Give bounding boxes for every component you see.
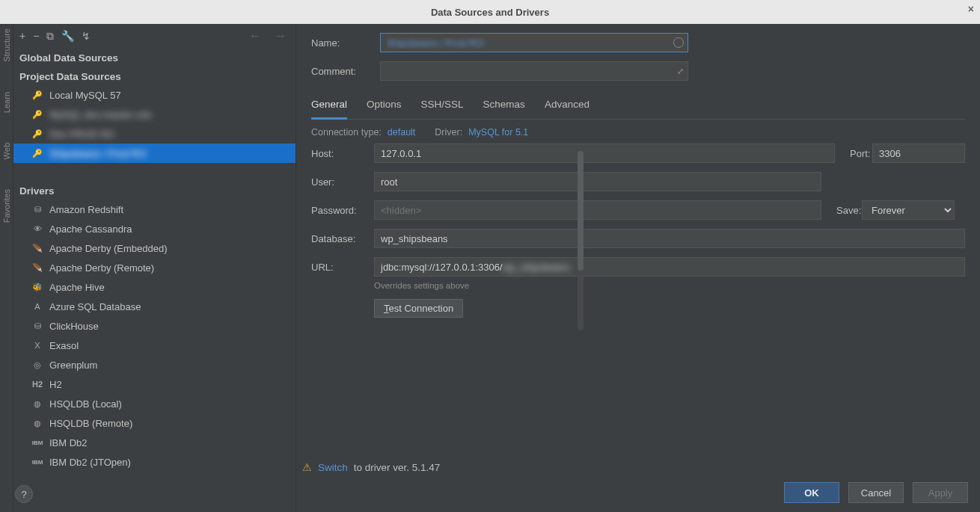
driver-label: IBM Db2 (JTOpen) — [49, 457, 131, 468]
datasource-label: Shipsbeans / Prod RO — [49, 148, 146, 159]
driver-label: ClickHouse — [49, 321, 99, 332]
password-label: Password: — [311, 205, 374, 216]
url-value-prefix: jdbc:mysql://127.0.0.1:3306/ — [381, 262, 503, 273]
datasource-item-selected[interactable]: 🔑 Shipsbeans / Prod RO — [13, 144, 295, 163]
switch-link[interactable]: Switch — [318, 462, 348, 473]
driver-label: Amazon Redshift — [49, 204, 123, 215]
section-global: Global Data Sources — [13, 48, 295, 67]
datasource-item[interactable]: 🔑 Local MySQL 57 — [13, 85, 295, 105]
driver-item[interactable]: 🪶Apache Derby (Remote) — [13, 258, 295, 277]
driver-label: Apache Hive — [49, 282, 105, 293]
gutter-web[interactable]: Web — [2, 143, 11, 159]
driver-item[interactable]: ◎Greenplum — [13, 355, 295, 374]
driver-item[interactable]: AAzure SQL Database — [13, 297, 295, 316]
close-icon[interactable]: × — [968, 3, 974, 15]
conn-type-value[interactable]: default — [388, 127, 416, 138]
driver-item[interactable]: IBMIBM Db2 — [13, 433, 295, 452]
driver-label: H2 — [49, 379, 62, 390]
conn-type-label: Connection type: — [311, 127, 382, 138]
sidebar-toolbar: + − ⧉ 🔧 ↯ ← → — [13, 24, 295, 48]
dialog-buttons: OK Cancel Apply — [784, 482, 968, 503]
scrollbar[interactable] — [578, 151, 584, 330]
driver-icon: X — [31, 339, 43, 351]
port-input[interactable] — [872, 144, 965, 163]
driver-label: Greenplum — [49, 360, 97, 371]
cancel-button[interactable]: Cancel — [848, 482, 904, 503]
driver-item[interactable]: IBMIBM Db2 (JTOpen) — [13, 452, 295, 472]
driver-icon: H2 — [31, 378, 43, 390]
remove-icon[interactable]: − — [33, 30, 39, 42]
gutter-structure[interactable]: Structure — [2, 28, 11, 62]
help-button[interactable]: ? — [15, 485, 33, 503]
datasource-item[interactable]: 🔑 Dev PROD RO — [13, 124, 295, 144]
driver-label: HSQLDB (Remote) — [49, 418, 132, 429]
driver-icon: ◍ — [31, 417, 43, 429]
back-icon[interactable]: ← — [246, 29, 264, 43]
driver-value[interactable]: MySQL for 5.1 — [468, 127, 528, 138]
user-label: User: — [311, 176, 374, 188]
database-label: Database: — [311, 233, 374, 244]
driver-icon: ⛁ — [31, 320, 43, 332]
name-input[interactable] — [380, 33, 688, 52]
db-icon: 🔑 — [31, 89, 43, 101]
wrench-icon[interactable]: 🔧 — [61, 30, 74, 42]
user-input[interactable] — [374, 172, 821, 191]
copy-icon[interactable]: ⧉ — [46, 30, 54, 43]
warning-icon: ⚠ — [302, 461, 312, 473]
driver-item[interactable]: ◍HSQLDB (Local) — [13, 394, 295, 413]
content-pane: Name: Comment: ⤢ General Options SSH/SSL… — [296, 24, 980, 512]
apply-button[interactable]: Apply — [913, 482, 968, 503]
tab-advanced[interactable]: Advanced — [545, 94, 589, 119]
tab-options[interactable]: Options — [367, 94, 402, 119]
driver-item[interactable]: ◍HSQLDB (Remote) — [13, 413, 295, 433]
color-circle-icon[interactable] — [673, 37, 684, 48]
ok-button[interactable]: OK — [784, 482, 839, 503]
driver-icon: A — [31, 300, 43, 312]
comment-label: Comment: — [311, 66, 371, 77]
ide-tool-gutter: Structure Learn Web Favorites — [0, 24, 13, 512]
db-icon: 🔑 — [31, 147, 43, 159]
host-label: Host: — [311, 148, 374, 159]
reset-icon[interactable]: ↯ — [82, 30, 91, 42]
save-select[interactable]: Forever — [862, 200, 955, 220]
driver-item[interactable]: ⛁ClickHouse — [13, 316, 295, 336]
add-icon[interactable]: + — [19, 30, 25, 42]
port-label: Port: — [835, 148, 872, 159]
tab-schemas[interactable]: Schemas — [483, 94, 525, 119]
driver-icon: 👁 — [31, 223, 43, 235]
help-icon: ? — [21, 489, 26, 500]
driver-icon: IBM — [31, 437, 43, 448]
driver-item[interactable]: H2H2 — [13, 374, 295, 394]
url-hint: Overrides settings above — [374, 281, 965, 290]
datasource-label: MySQL dev-master-cdn — [49, 109, 152, 120]
scrollbar-thumb[interactable] — [578, 151, 584, 271]
forward-icon[interactable]: → — [272, 29, 290, 43]
url-input[interactable]: jdbc:mysql://127.0.0.1:3306/wp_shipsbean… — [374, 257, 965, 277]
driver-label: HSQLDB (Local) — [49, 398, 122, 410]
switch-text: to driver ver. 5.1.47 — [354, 462, 441, 473]
database-input[interactable] — [374, 229, 965, 248]
footer-warning: ⚠ Switch to driver ver. 5.1.47 — [302, 461, 440, 473]
datasource-tree: 🔑 Local MySQL 57 🔑 MySQL dev-master-cdn … — [13, 85, 295, 167]
datasource-item[interactable]: 🔑 MySQL dev-master-cdn — [13, 105, 295, 124]
driver-label: Apache Derby (Embedded) — [49, 243, 168, 254]
password-input[interactable] — [374, 200, 821, 220]
driver-item[interactable]: ⛁Amazon Redshift — [13, 200, 295, 219]
driver-icon: 🐝 — [31, 281, 43, 293]
expand-icon[interactable]: ⤢ — [677, 67, 684, 76]
driver-item[interactable]: 🪶Apache Derby (Embedded) — [13, 238, 295, 258]
datasource-label: Dev PROD RO — [49, 129, 114, 140]
host-input[interactable] — [374, 144, 835, 163]
test-connection-button[interactable]: Test Connection — [374, 299, 463, 318]
driver-icon: ◎ — [31, 359, 43, 371]
gutter-favorites[interactable]: Favorites — [2, 189, 11, 223]
driver-item[interactable]: 👁Apache Cassandra — [13, 219, 295, 238]
comment-input[interactable] — [380, 61, 688, 81]
driver-icon: 🪶 — [31, 262, 43, 274]
driver-item[interactable]: 🐝Apache Hive — [13, 277, 295, 297]
gutter-learn[interactable]: Learn — [2, 92, 11, 113]
driver-item[interactable]: XExasol — [13, 336, 295, 355]
tab-general[interactable]: General — [311, 94, 347, 120]
driver-label: Azure SQL Database — [49, 301, 141, 312]
tab-ssh-ssl[interactable]: SSH/SSL — [421, 94, 464, 119]
